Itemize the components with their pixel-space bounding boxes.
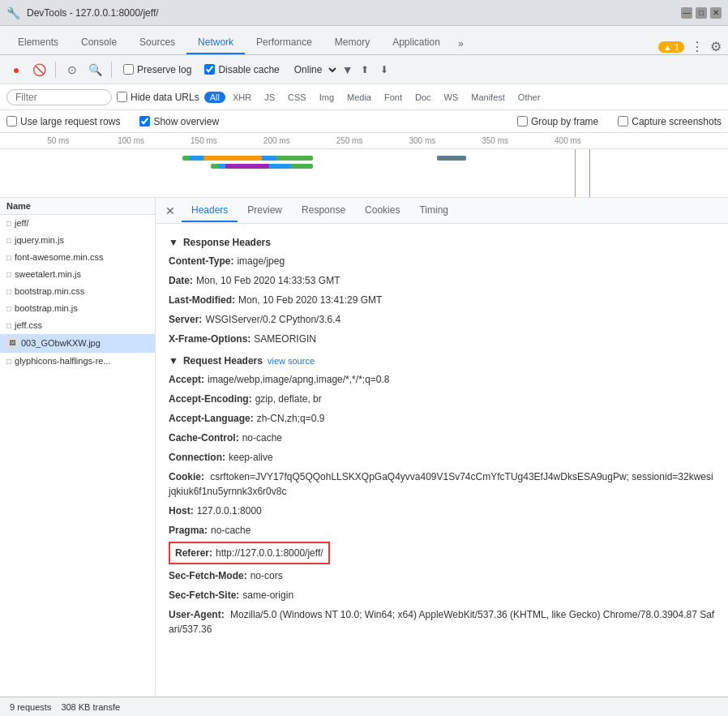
toolbar-divider-1	[55, 62, 56, 78]
filter-icon[interactable]: ⊙	[62, 60, 82, 79]
response-headers-title: ▼ Response Headers	[169, 237, 715, 248]
file-item-bootstrap-js[interactable]: □ bootstrap.min.js	[0, 300, 155, 317]
preserve-log-group: Preserve log	[118, 64, 196, 75]
filter-types: All XHR JS CSS Img Media Font Doc WS Man…	[204, 92, 546, 103]
file-item-bootstrap-css[interactable]: □ bootstrap.min.css	[0, 283, 155, 300]
tick-50ms: 50 ms	[47, 136, 69, 145]
tab-memory[interactable]: Memory	[323, 32, 381, 54]
css-icon-3: □	[6, 321, 11, 330]
file-list: Name □ jeff/ □ jquery.min.js □ font-awes…	[0, 198, 156, 716]
filter-type-font[interactable]: Font	[379, 92, 408, 103]
filter-type-doc[interactable]: Doc	[409, 92, 437, 103]
filter-type-css[interactable]: CSS	[282, 92, 312, 103]
tab-console[interactable]: Console	[70, 32, 128, 54]
filter-type-media[interactable]: Media	[341, 92, 377, 103]
details-panel: ✕ Headers Preview Response Cookies Timin…	[156, 198, 728, 716]
search-button[interactable]: 🔍	[85, 60, 105, 79]
filter-type-js[interactable]: JS	[259, 92, 280, 103]
detail-tab-headers[interactable]: Headers	[182, 199, 238, 222]
capture-screenshots-group: Capture screenshots	[618, 116, 722, 127]
timeline: 50 ms 100 ms 150 ms 200 ms 250 ms 300 ms…	[0, 133, 728, 198]
detail-tab-response[interactable]: Response	[292, 199, 355, 222]
hide-data-urls-checkbox[interactable]	[117, 92, 127, 102]
tab-more[interactable]: »	[452, 33, 470, 54]
tick-200ms: 200 ms	[263, 136, 290, 145]
detail-tab-preview[interactable]: Preview	[238, 199, 292, 222]
filter-type-all[interactable]: All	[204, 92, 225, 103]
detail-tabs: ✕ Headers Preview Response Cookies Timin…	[156, 198, 728, 224]
js-icon-2: □	[6, 270, 11, 279]
file-item-glyphicons[interactable]: □ glyphicons-halflings-re...	[0, 353, 155, 370]
detail-tab-timing[interactable]: Timing	[409, 199, 458, 222]
group-by-frame-checkbox[interactable]	[517, 116, 528, 126]
request-headers-title: ▼ Request Headers view source	[169, 355, 715, 367]
timeline-vline-blue	[575, 149, 576, 198]
close-button[interactable]: ✕	[710, 7, 722, 19]
transfer-size: 308 KB transfe	[61, 702, 120, 712]
detail-tab-cookies[interactable]: Cookies	[355, 199, 409, 222]
filter-type-xhr[interactable]: XHR	[227, 92, 257, 103]
options-bar: Use large request rows Show overview Gro…	[0, 110, 728, 133]
img-thumbnail-icon: 🖼	[6, 337, 18, 349]
minimize-button[interactable]: —	[681, 7, 692, 19]
filter-input[interactable]	[6, 89, 112, 105]
toolbar-divider-2	[111, 62, 112, 78]
tab-sources[interactable]: Sources	[128, 32, 186, 54]
filter-type-manifest[interactable]: Manifest	[465, 92, 511, 103]
file-item-jeff-css[interactable]: □ jeff.css	[0, 317, 155, 334]
req-header-connection: Connection: keep-alive	[169, 448, 715, 467]
req-header-cookie: Cookie: csrftoken=JVY17fqQ5QQohLLSKXQpGa…	[169, 467, 715, 501]
req-header-referer: Referer: http://127.0.0.1:8000/jeff/	[169, 542, 330, 564]
record-stop-button[interactable]: ●	[6, 60, 26, 79]
file-item-jquery[interactable]: □ jquery.min.js	[0, 232, 155, 249]
detail-close-button[interactable]: ✕	[162, 203, 178, 219]
tab-elements[interactable]: Elements	[6, 32, 70, 54]
tab-application[interactable]: Application	[381, 32, 452, 54]
capture-screenshots-checkbox[interactable]	[618, 116, 628, 126]
tick-150ms: 150 ms	[191, 136, 217, 145]
tab-network[interactable]: Network	[186, 32, 245, 54]
export-button[interactable]: ⬇	[376, 62, 392, 78]
filter-type-img[interactable]: Img	[314, 92, 340, 103]
tick-350ms: 350 ms	[482, 136, 508, 145]
disable-cache-checkbox[interactable]	[204, 64, 215, 75]
css-icon-2: □	[6, 287, 11, 296]
tick-400ms: 400 ms	[555, 136, 581, 145]
tick-100ms: 100 ms	[118, 136, 144, 145]
maximize-button[interactable]: □	[696, 7, 707, 19]
timeline-vline-red	[589, 149, 590, 198]
req-header-pragma: Pragma: no-cache	[169, 521, 715, 540]
tab-performance[interactable]: Performance	[245, 32, 323, 54]
timeline-body[interactable]	[0, 149, 728, 198]
preserve-log-checkbox[interactable]	[123, 64, 134, 75]
show-overview-checkbox[interactable]	[139, 116, 150, 126]
large-rows-checkbox[interactable]	[6, 116, 17, 126]
filter-type-ws[interactable]: WS	[439, 92, 465, 103]
request-headers-arrow: ▼	[169, 355, 178, 367]
throttle-select[interactable]: Online	[288, 62, 339, 78]
clear-button[interactable]: 🚫	[29, 60, 49, 79]
devtools-icon: 🔧	[6, 6, 20, 19]
title-bar: 🔧 DevTools - 127.0.0.1:8000/jeff/ — □ ✕	[0, 0, 728, 26]
show-overview-group: Show overview	[139, 116, 219, 127]
settings-gear-icon[interactable]: ⚙	[710, 39, 722, 54]
view-source-link[interactable]: view source	[268, 356, 315, 366]
req-header-host: Host: 127.0.0.1:8000	[169, 501, 715, 521]
js-icon-3: □	[6, 304, 11, 313]
file-item-font-awesome[interactable]: □ font-awesome.min.css	[0, 249, 155, 266]
req-header-accept-encoding: Accept-Encoding: gzip, deflate, br	[169, 389, 715, 409]
file-item-003-jpg[interactable]: 🖼 003_GObwKXW.jpg	[0, 334, 155, 353]
req-header-accept: Accept: image/webp,image/apng,image/*,*/…	[169, 370, 715, 389]
title-bar-text: DevTools - 127.0.0.1:8000/jeff/	[27, 7, 674, 19]
file-list-header: Name	[0, 198, 155, 215]
file-item-sweetalert[interactable]: □ sweetalert.min.js	[0, 266, 155, 283]
import-button[interactable]: ⬆	[357, 62, 373, 78]
large-rows-label: Use large request rows	[20, 116, 120, 127]
css-icon-1: □	[6, 253, 11, 262]
menu-dots[interactable]: ⋮	[691, 39, 704, 54]
file-item-jeff[interactable]: □ jeff/	[0, 215, 155, 232]
headers-content: ▼ Response Headers Content-Type: image/j…	[156, 224, 728, 716]
large-rows-group: Use large request rows	[6, 116, 120, 127]
filter-type-other[interactable]: Other	[512, 92, 546, 103]
timeline-ruler: 50 ms 100 ms 150 ms 200 ms 250 ms 300 ms…	[0, 133, 728, 149]
